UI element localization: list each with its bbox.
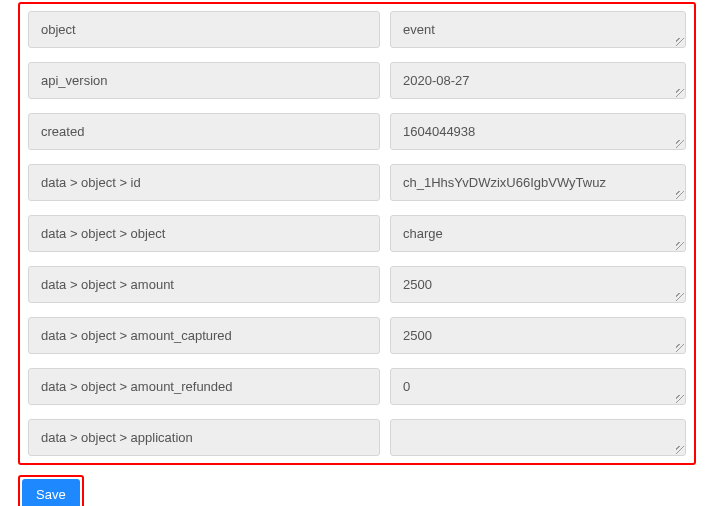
field-key: data > object > id (28, 164, 380, 201)
field-value-input[interactable] (390, 317, 686, 354)
field-key: api_version (28, 62, 380, 99)
field-value-input[interactable] (390, 164, 686, 201)
field-key: data > object > amount (28, 266, 380, 303)
field-key: data > object > object (28, 215, 380, 252)
fields-table: object api_version created data > object… (18, 2, 696, 465)
field-value-input[interactable] (390, 419, 686, 456)
field-key: created (28, 113, 380, 150)
save-button-highlight: Save (18, 475, 84, 506)
field-row: api_version (20, 55, 694, 106)
field-value-input[interactable] (390, 62, 686, 99)
field-row: created (20, 106, 694, 157)
field-row: object (20, 4, 694, 55)
field-row: data > object > object (20, 208, 694, 259)
field-row: data > object > amount_refunded (20, 361, 694, 412)
field-row: data > object > amount (20, 259, 694, 310)
main-scroll[interactable]: object api_version created data > object… (0, 0, 710, 506)
field-value-input[interactable] (390, 215, 686, 252)
field-value-input[interactable] (390, 266, 686, 303)
save-button[interactable]: Save (22, 479, 80, 506)
field-value-input[interactable] (390, 113, 686, 150)
field-key: object (28, 11, 380, 48)
field-value-input[interactable] (390, 11, 686, 48)
field-key: data > object > amount_refunded (28, 368, 380, 405)
field-key: data > object > application (28, 419, 380, 456)
field-value-input[interactable] (390, 368, 686, 405)
field-row: data > object > application (20, 412, 694, 463)
field-row: data > object > id (20, 157, 694, 208)
field-row: data > object > amount_captured (20, 310, 694, 361)
field-key: data > object > amount_captured (28, 317, 380, 354)
